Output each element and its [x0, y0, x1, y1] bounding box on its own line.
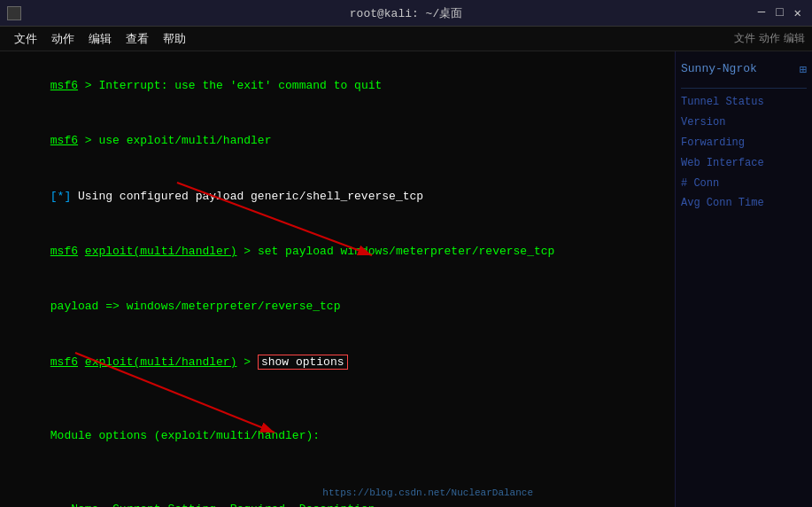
- sidebar-item-version: Version: [681, 113, 807, 133]
- menu-edit[interactable]: 编辑: [81, 29, 119, 49]
- terminal-text: [78, 355, 85, 369]
- menu-file[interactable]: 文件: [7, 29, 44, 49]
- maximize-button[interactable]: □: [772, 5, 786, 20]
- terminal[interactable]: msf6 > Interrupt: use the 'exit' command…: [0, 51, 675, 507]
- window-controls: ─ □ ✕: [754, 5, 805, 20]
- window-title: root@kali: ~/桌面: [350, 5, 462, 21]
- info-bracket: [*]: [50, 190, 71, 203]
- sidebar-item-conn: # Conn: [681, 174, 807, 194]
- close-button[interactable]: ✕: [791, 5, 805, 20]
- terminal-icon: [7, 6, 21, 20]
- network-icon: ⊞: [800, 59, 807, 82]
- sidebar-item-tunnel: Tunnel Status: [681, 92, 807, 113]
- terminal-line: [9, 390, 666, 409]
- prompt-msf6: msf6: [50, 134, 78, 147]
- terminal-text: Current Setting Required Description: [98, 503, 375, 507]
- menubar: 文件 动作 编辑 查看 帮助 文件 动作 编辑: [0, 27, 812, 51]
- menubar-right: 文件 动作 编辑: [734, 31, 805, 46]
- minimize-button[interactable]: ─: [754, 5, 769, 20]
- terminal-text: > set payload windows/meterpreter/revers…: [236, 245, 554, 258]
- terminal-text: [78, 245, 85, 258]
- prompt-msf6: msf6: [50, 79, 78, 92]
- sidebar: Sunny-Ngrok ⊞ Tunnel Status Version Forw…: [675, 51, 812, 507]
- col-name: Name: [50, 503, 99, 507]
- show-options-highlight: show options: [258, 355, 348, 370]
- menu-view[interactable]: 查看: [119, 29, 156, 49]
- terminal-line: msf6 exploit(multi/handler) > set payloa…: [9, 224, 666, 279]
- sidebar-title: Sunny-Ngrok: [681, 58, 757, 79]
- section-text: Module options (exploit/multi/handler):: [50, 429, 320, 442]
- exploit-highlight: exploit(multi/handler): [85, 245, 237, 258]
- terminal-text: payload => windows/meterpreter/reverse_t…: [50, 300, 341, 313]
- terminal-line: msf6 exploit(multi/handler) > show optio…: [9, 335, 666, 390]
- terminal-line: [9, 464, 666, 483]
- sidebar-item-avgconn: Avg Conn Time: [681, 193, 807, 214]
- sidebar-divider: [681, 88, 807, 89]
- terminal-line: [*] Using configured payload generic/she…: [9, 169, 666, 224]
- prompt-msf6: msf6: [50, 355, 78, 369]
- terminal-text: Using configured payload generic/shell_r…: [71, 190, 423, 203]
- terminal-line: payload => windows/meterpreter/reverse_t…: [9, 280, 666, 335]
- terminal-line: msf6 > use exploit/multi/handler: [9, 113, 666, 168]
- module-options-header: Module options (exploit/multi/handler):: [9, 409, 666, 464]
- terminal-text: >: [236, 355, 257, 369]
- menu-help[interactable]: 帮助: [156, 29, 193, 49]
- watermark: https://blog.csdn.net/NuclearDalance: [322, 486, 533, 502]
- menu-action[interactable]: 动作: [44, 29, 81, 49]
- terminal-text: > Interrupt: use the 'exit' command to q…: [78, 79, 382, 92]
- menu-right-action: 动作: [759, 31, 780, 46]
- terminal-text: > use exploit/multi/handler: [78, 134, 271, 147]
- menu-right-file: 文件: [734, 31, 755, 46]
- menu-right-edit: 编辑: [784, 31, 805, 46]
- titlebar-left: [7, 6, 21, 20]
- sidebar-item-webinterface: Web Interface: [681, 153, 807, 174]
- exploit-highlight: exploit(multi/handler): [85, 355, 237, 369]
- sidebar-item-forwarding: Forwarding: [681, 133, 807, 153]
- prompt-msf6: msf6: [50, 245, 78, 258]
- terminal-line: msf6 > Interrupt: use the 'exit' command…: [9, 58, 666, 113]
- main-container: msf6 > Interrupt: use the 'exit' command…: [0, 51, 812, 507]
- titlebar: root@kali: ~/桌面 ─ □ ✕: [0, 0, 812, 27]
